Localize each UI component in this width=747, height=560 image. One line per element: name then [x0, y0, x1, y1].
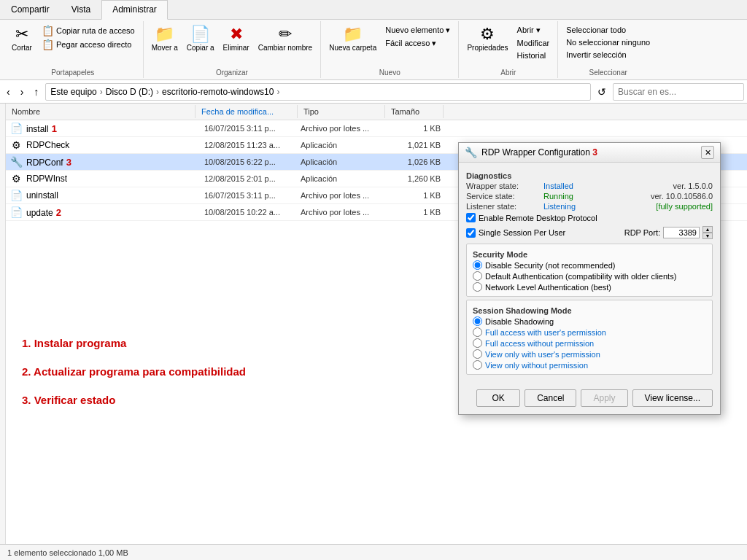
shadow-radio-0: Disable Shadowing: [473, 316, 706, 326]
select-none-label: No seleccionar ninguno: [566, 38, 650, 47]
file-name-rdpcheck: RDPCheck: [26, 140, 198, 150]
cut-button[interactable]: ✂ Cortar: [7, 24, 36, 54]
status-bar: 1 elemento seleccionado 1,00 MB: [0, 544, 747, 560]
address-path[interactable]: Este equipo › Disco D (D:) › escritorio-…: [45, 83, 591, 101]
tab-compartir[interactable]: Compartir: [0, 0, 61, 19]
back-button[interactable]: ‹: [3, 84, 14, 100]
new-element-button[interactable]: Nuevo elemento ▾: [382, 24, 454, 36]
file-name-rdpconf: RDPConf3: [26, 157, 198, 168]
annotation-2: 2. Actualizar programa para compatibilid…: [22, 365, 246, 378]
copy-button[interactable]: 📄 Copiar a: [183, 24, 218, 54]
security-mode-section: Security Mode Disable Security (not reco…: [466, 244, 713, 297]
path-sep-3: ›: [276, 87, 279, 97]
file-date-rdpcheck: 12/08/2015 11:23 a...: [198, 141, 301, 149]
shadow-radio-1: Full access with user's permission: [473, 327, 706, 337]
security-radio-nla[interactable]: [473, 282, 482, 292]
invert-selection-button[interactable]: Invertir selección: [562, 49, 654, 61]
file-type-rdpconf: Aplicación: [301, 158, 388, 166]
select-none-button[interactable]: No seleccionar ninguno: [562, 36, 654, 48]
easy-access-label: Fácil acceso ▾: [385, 39, 436, 48]
up-button[interactable]: ↑: [30, 84, 42, 100]
dialog-icon: 🔧: [465, 147, 477, 158]
port-input[interactable]: 3389: [663, 227, 700, 238]
cut-icon: ✂: [15, 26, 28, 42]
shadow-label-1: Full access with user's permission: [485, 328, 606, 337]
security-radio-2: Network Level Authentication (best): [473, 282, 706, 292]
easy-access-button[interactable]: Fácil acceso ▾: [382, 37, 454, 50]
enable-rdp-checkbox[interactable]: [466, 213, 476, 222]
rename-label: Cambiar nombre: [258, 44, 312, 52]
file-type-install: Archivo por lotes ...: [301, 124, 388, 133]
file-size-rdpconf: 1,026 KB: [388, 158, 446, 166]
diag-val-2: Running: [543, 192, 573, 201]
copy-path-button[interactable]: 📋 Copiar ruta de acceso: [38, 24, 139, 37]
delete-button[interactable]: ✖ Eliminar: [220, 24, 253, 54]
paste-icon: 📋: [42, 39, 54, 50]
single-session-checkbox[interactable]: [466, 228, 476, 238]
security-radio-default[interactable]: [473, 271, 482, 281]
tab-administrar[interactable]: Administrar: [101, 0, 168, 20]
annotation-1: 1. Instalar programa: [22, 337, 246, 349]
file-row-install[interactable]: 📄 install1 16/07/2015 3:11 p... Archivo …: [6, 120, 747, 137]
cancel-button[interactable]: Cancel: [525, 389, 576, 407]
file-date-uninstall: 16/07/2015 3:11 p...: [198, 191, 301, 200]
modify-button[interactable]: Modificar: [514, 37, 554, 49]
file-size-uninstall: 1 KB: [388, 191, 446, 200]
col-header-size[interactable]: Tamaño: [385, 105, 444, 118]
path-sep-1: ›: [100, 87, 103, 97]
file-date-rdpconf: 10/08/2015 6:22 p...: [198, 158, 301, 166]
shadow-radio-view-perm[interactable]: [473, 349, 482, 359]
paste-shortcut-button[interactable]: 📋 Pegar acceso directo: [38, 38, 139, 51]
forward-button[interactable]: ›: [17, 84, 28, 100]
shadow-radio-full-perm[interactable]: [473, 327, 482, 337]
col-header-name[interactable]: Nombre: [6, 105, 196, 118]
ribbon-group-seleccionar: Seleccionar todo No seleccionar ninguno …: [558, 21, 658, 78]
properties-button[interactable]: ⚙ Propiedades: [463, 24, 511, 54]
file-list-header: Nombre Fecha de modifica... Tipo Tamaño: [6, 104, 747, 120]
rename-button[interactable]: ✏ Cambiar nombre: [255, 24, 316, 54]
shadow-radio-view-noperm[interactable]: [473, 360, 482, 370]
search-input[interactable]: [613, 83, 744, 101]
file-size-rdpwinst: 1,260 KB: [388, 174, 446, 183]
paste-label: Pegar acceso directo: [56, 40, 131, 49]
file-icon-rdpcheck: ⚙: [9, 138, 23, 152]
file-size-update: 1 KB: [388, 208, 446, 217]
seleccionar-items: Seleccionar todo No seleccionar ninguno …: [562, 21, 654, 69]
diag-key-1: Wrapper state:: [466, 182, 539, 190]
shadow-radio-disable[interactable]: [473, 316, 482, 326]
history-button[interactable]: Historial: [514, 50, 554, 61]
path-root: Este equipo: [50, 87, 96, 97]
col-header-date[interactable]: Fecha de modifica...: [196, 105, 298, 118]
view-license-button[interactable]: View license...: [632, 389, 713, 407]
port-label: RDP Port:: [624, 228, 660, 237]
new-folder-icon: 📁: [343, 26, 363, 42]
shadow-radio-3: View only with user's permission: [473, 349, 706, 359]
security-mode-label: Security Mode: [473, 250, 706, 259]
security-radio-disable[interactable]: [473, 260, 482, 270]
diag-row-listener: Listener state: Listening [fully support…: [466, 202, 713, 211]
port-down-button[interactable]: ▼: [703, 233, 713, 239]
new-folder-button[interactable]: 📁 Nueva carpeta: [325, 24, 380, 54]
enable-rdp-label: Enable Remote Desktop Protocol: [479, 214, 597, 222]
dialog-close-button[interactable]: ✕: [701, 146, 714, 159]
address-bar: ‹ › ↑ Este equipo › Disco D (D:) › escri…: [0, 80, 747, 104]
ok-button[interactable]: OK: [476, 389, 520, 407]
port-up-button[interactable]: ▲: [703, 226, 713, 233]
nuevo-items: 📁 Nueva carpeta Nuevo elemento ▾ Fácil a…: [325, 21, 454, 69]
abrir-label: Abrir: [463, 69, 553, 78]
open-button[interactable]: Abrir ▾: [514, 24, 554, 36]
file-name-update: update2: [26, 207, 198, 218]
move-button[interactable]: 📁 Mover a: [148, 24, 182, 54]
refresh-button[interactable]: ↺: [594, 84, 610, 100]
select-all-button[interactable]: Seleccionar todo: [562, 24, 654, 36]
tab-vista[interactable]: Vista: [61, 0, 101, 19]
col-header-type[interactable]: Tipo: [298, 105, 385, 118]
move-icon: 📁: [155, 26, 174, 42]
dialog-title-text: RDP Wrapper Configuration 3: [481, 147, 697, 158]
file-icon-uninstall: 📄: [9, 188, 23, 203]
organizar-items: 📁 Mover a 📄 Copiar a ✖ Eliminar ✏ Cambia…: [148, 21, 317, 69]
shadow-radio-full-noperm[interactable]: [473, 338, 482, 348]
apply-button[interactable]: Apply: [581, 389, 627, 407]
ribbon-tab-bar: Compartir Vista Administrar: [0, 0, 747, 20]
port-row: RDP Port: 3389 ▲ ▼: [624, 226, 713, 239]
